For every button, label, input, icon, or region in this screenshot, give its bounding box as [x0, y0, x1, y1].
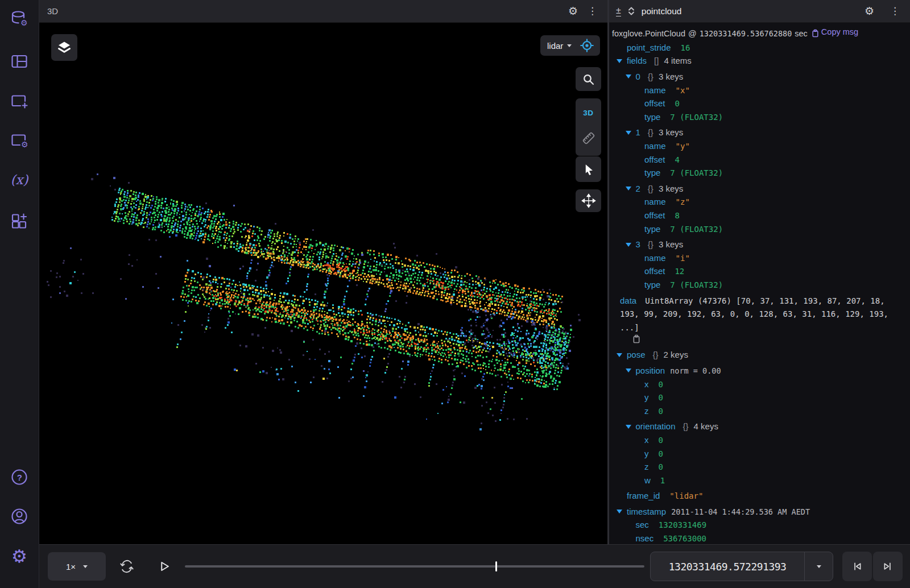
- copy-data-button[interactable]: [620, 334, 907, 346]
- search-button[interactable]: [576, 67, 601, 91]
- tree-row: offset4: [609, 153, 910, 167]
- field-value: 536763000: [663, 532, 706, 544]
- help-icon[interactable]: ?: [8, 466, 31, 488]
- type-brackets: {}: [683, 420, 689, 433]
- expand-arrow-icon[interactable]: [626, 368, 631, 372]
- account-icon[interactable]: [8, 505, 31, 528]
- layers-button[interactable]: [51, 34, 77, 61]
- 3d-panel-menu-icon[interactable]: ⋮: [588, 6, 597, 16]
- expand-collapse-icon[interactable]: [627, 6, 635, 16]
- type-brackets: {}: [648, 126, 653, 139]
- search-icon: [581, 72, 596, 87]
- seek-forward-button[interactable]: [873, 552, 903, 581]
- mode-3d-button[interactable]: 3D: [583, 109, 593, 117]
- raw-panel-menu-icon[interactable]: ⋮: [890, 6, 900, 16]
- field-key: name: [644, 195, 666, 209]
- loop-button[interactable]: [118, 558, 135, 575]
- tree-row: 0{}3 keys: [609, 70, 910, 84]
- tree-row: offset12: [609, 264, 910, 278]
- pan-tool-button[interactable]: [576, 189, 601, 212]
- chevron-down-icon: [567, 44, 572, 49]
- tree-row: pose{}2 keys: [609, 348, 910, 362]
- field-key: x: [644, 378, 649, 391]
- extensions-icon[interactable]: [8, 209, 31, 232]
- chevron-down-icon: [83, 565, 88, 570]
- layouts-icon[interactable]: [8, 50, 31, 73]
- field-value: 7 (FLOAT32): [670, 111, 723, 125]
- field-key: type: [644, 278, 660, 292]
- play-button[interactable]: [156, 558, 172, 574]
- tree-row: type7 (FLOAT32): [609, 222, 910, 236]
- svg-text:⚙: ⚙: [21, 140, 28, 149]
- playback-speed-button[interactable]: 1×: [48, 552, 106, 581]
- playback-slider[interactable]: [185, 565, 644, 568]
- field-key: z: [644, 404, 649, 418]
- field-value: "x": [676, 84, 690, 98]
- add-panel-icon[interactable]: [8, 90, 31, 113]
- svg-text:⚙: ⚙: [20, 18, 28, 27]
- topic-title[interactable]: pointcloud: [642, 6, 682, 16]
- expand-arrow-icon[interactable]: [617, 510, 622, 514]
- timestamp-format-button[interactable]: [804, 552, 833, 581]
- field-value: 1320331469: [659, 519, 706, 532]
- tree-row: orientation{}4 keys: [609, 420, 910, 433]
- field-key: name: [644, 84, 666, 97]
- field-summary: 4 keys: [694, 420, 718, 433]
- tree-row: name"z": [609, 195, 910, 209]
- tree-row: frame_id"lidar": [609, 489, 910, 503]
- field-key: offset: [644, 153, 665, 167]
- playhead[interactable]: [495, 561, 497, 572]
- type-brackets: {}: [653, 348, 659, 362]
- app-settings-icon[interactable]: ⚙: [8, 545, 31, 568]
- tree-row: offset8: [609, 209, 910, 222]
- field-key: offset: [644, 97, 665, 110]
- pointcloud-canvas[interactable]: [39, 23, 607, 544]
- expand-arrow-icon[interactable]: [617, 59, 622, 63]
- expand-arrow-icon[interactable]: [626, 187, 631, 191]
- 3d-panel-settings-icon[interactable]: ⚙: [568, 6, 578, 16]
- toggle-diff-icon[interactable]: ±: [616, 6, 621, 16]
- field-key: name: [644, 251, 666, 265]
- field-summary: 2 keys: [664, 348, 688, 362]
- expand-arrow-icon[interactable]: [626, 74, 631, 78]
- tree-row: sec1320331469: [609, 518, 910, 532]
- tree-row: nsec536763000: [609, 532, 910, 544]
- raw-panel-settings-icon[interactable]: ⚙: [864, 6, 874, 16]
- svg-text:?: ?: [17, 473, 22, 482]
- copy-msg-button[interactable]: Copy msg: [812, 26, 858, 39]
- receive-time: 1320331469.536762880: [700, 27, 792, 41]
- tree-row: name"i": [609, 251, 910, 265]
- variables-icon[interactable]: (x): [8, 168, 31, 191]
- tree-row: type7 (FLOAT32): [609, 166, 910, 180]
- tree-row: x0: [609, 433, 910, 447]
- measure-ruler-icon[interactable]: [581, 130, 597, 146]
- field-summary: 3 keys: [659, 182, 683, 196]
- field-key: type: [644, 222, 660, 236]
- 3d-panel-title: 3D: [47, 6, 58, 16]
- follow-target-icon[interactable]: [578, 37, 595, 54]
- panel-settings-icon[interactable]: ⚙: [8, 129, 31, 152]
- expand-arrow-icon[interactable]: [626, 425, 631, 429]
- tree-row: y0: [609, 447, 910, 461]
- tree-row: x0: [609, 378, 910, 391]
- data-source-icon[interactable]: ⚙: [8, 8, 31, 31]
- expand-arrow-icon[interactable]: [617, 353, 622, 357]
- expand-arrow-icon[interactable]: [626, 131, 631, 135]
- field-key: 1: [636, 126, 640, 139]
- field-key: data: [620, 296, 636, 305]
- field-value: "i": [676, 252, 690, 266]
- field-value: 0: [659, 448, 663, 461]
- tree-row: timestamp2011-11-04 1:44:29.536 AM AEDT: [609, 505, 910, 519]
- tree-row: z0: [609, 460, 910, 474]
- tree-row: name"x": [609, 84, 910, 97]
- field-value: 0: [659, 461, 663, 474]
- expand-arrow-icon[interactable]: [626, 243, 631, 247]
- seek-backward-button[interactable]: [842, 552, 872, 581]
- select-tool-button[interactable]: [576, 156, 601, 182]
- current-timestamp[interactable]: 1320331469.572291393: [651, 552, 804, 581]
- speed-label: 1×: [66, 562, 76, 572]
- field-summary: norm = 0.00: [670, 365, 721, 378]
- type-brackets: []: [654, 54, 659, 68]
- frame-selector[interactable]: lidar: [540, 35, 600, 56]
- tree-row: 2{}3 keys: [609, 182, 910, 196]
